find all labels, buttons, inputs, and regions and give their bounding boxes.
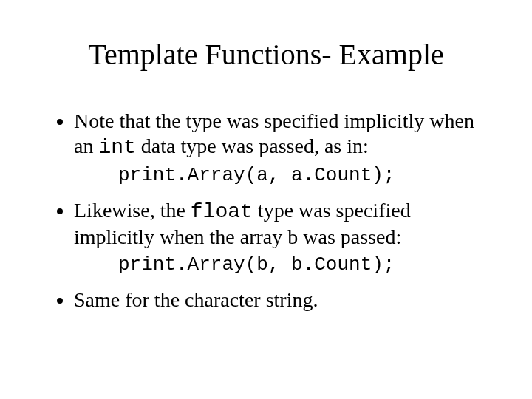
- code-example-2: print.Array(b, b.Count);: [118, 253, 488, 276]
- bullet-2-text-a: Likewise, the: [74, 199, 191, 222]
- slide: Template Functions- Example Note that th…: [0, 0, 532, 399]
- bullet-list-2: Likewise, the float type was specified i…: [44, 198, 488, 249]
- bullet-1: Note that the type was specified implici…: [74, 109, 488, 160]
- bullet-3: Same for the character string.: [74, 287, 488, 313]
- bullet-2-code: float: [191, 200, 253, 223]
- bullet-1-text-b: data type was passed, as in:: [136, 134, 369, 157]
- code-example-1: print.Array(a, a.Count);: [118, 164, 488, 186]
- bullet-2: Likewise, the float type was specified i…: [74, 198, 488, 249]
- bullet-list-3: Same for the character string.: [44, 287, 488, 313]
- slide-title: Template Functions- Example: [44, 37, 488, 72]
- bullet-1-code: int: [98, 136, 135, 159]
- bullet-list: Note that the type was specified implici…: [44, 109, 488, 160]
